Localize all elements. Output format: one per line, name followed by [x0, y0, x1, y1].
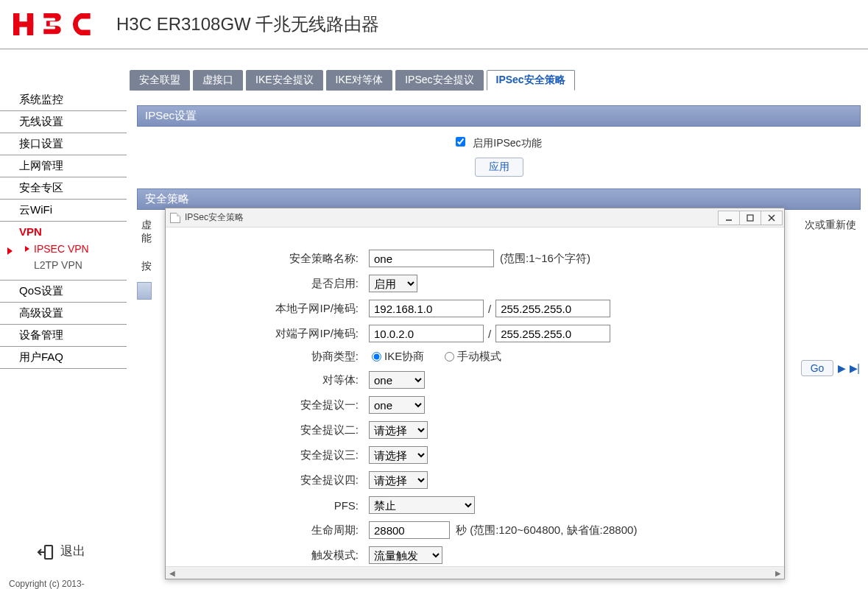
scroll-right-icon[interactable]: ▶ — [772, 567, 784, 579]
svg-rect-5 — [747, 215, 753, 221]
table-edge — [137, 282, 152, 300]
sidebar-item-system-monitor[interactable]: 系统监控 — [0, 89, 127, 111]
close-button[interactable] — [761, 211, 783, 225]
ipsec-policy-dialog: IPSec安全策略 安全策略名称: (范围:1~16个字符) 是否启用: 启用 … — [165, 208, 785, 579]
local-ip-input[interactable] — [369, 300, 484, 317]
label-enable: 是否启用: — [180, 277, 369, 291]
slash-sep: / — [488, 303, 491, 315]
logout-icon — [37, 543, 54, 560]
sidebar-item-vpn[interactable]: VPN IPSEC VPN L2TP VPN — [0, 222, 127, 281]
pagination: Go ▶ ▶| — [801, 360, 859, 376]
peer-mask-input[interactable] — [495, 325, 610, 342]
svg-rect-3 — [45, 546, 52, 559]
tabbar: 安全联盟 虚接口 IKE安全提议 IKE对等体 IPSec安全提议 IPSec安… — [130, 70, 868, 91]
label-peer-subnet: 对端子网IP/掩码: — [180, 327, 369, 341]
sidebar-item-security[interactable]: 安全专区 — [0, 177, 127, 200]
tab-ipsec-proposal[interactable]: IPSec安全提议 — [395, 70, 483, 91]
enable-ipsec-checkbox[interactable] — [456, 137, 465, 147]
nego-ike-label: IKE协商 — [384, 350, 424, 364]
label-prop3: 安全提议三: — [180, 448, 369, 462]
lifetime-input[interactable] — [369, 521, 450, 539]
header-divider — [0, 49, 868, 49]
nego-ike-radio[interactable] — [372, 352, 381, 361]
apply-button[interactable]: 应用 — [475, 158, 523, 177]
sidebar-item-user-faq[interactable]: 用户FAQ — [0, 347, 127, 369]
minimize-button[interactable] — [718, 211, 740, 225]
nego-manual-label: 手动模式 — [457, 350, 501, 364]
label-prop1: 安全提议一: — [180, 398, 369, 412]
logout-label: 退出 — [60, 543, 85, 560]
trigger-select[interactable]: 流量触发 — [369, 546, 442, 564]
scroll-left-icon[interactable]: ◀ — [166, 567, 178, 579]
label-life: 生命周期: — [180, 523, 369, 537]
horizontal-scrollbar[interactable]: ◀ ▶ — [166, 566, 784, 579]
local-mask-input[interactable] — [495, 300, 610, 317]
tab-ipsec-policy[interactable]: IPSec安全策略 — [487, 70, 575, 91]
lifetime-hint: 秒 (范围:120~604800, 缺省值:28800) — [456, 523, 637, 537]
sidebar-item-interface[interactable]: 接口设置 — [0, 133, 127, 155]
sidebar-item-advanced[interactable]: 高级设置 — [0, 303, 127, 325]
sidebar-subitem-l2tp-vpn[interactable]: L2TP VPN — [34, 257, 127, 273]
dialog-title: IPSec安全策略 — [185, 211, 719, 224]
tab-ike-peer[interactable]: IKE对等体 — [326, 70, 393, 91]
header: H3C ER3108GW 千兆无线路由器 — [0, 0, 868, 49]
document-icon — [170, 213, 180, 223]
prop3-select[interactable]: 请选择 — [369, 446, 428, 464]
go-button[interactable]: Go — [801, 360, 834, 376]
sidebar-item-qos[interactable]: QoS设置 — [0, 281, 127, 303]
tab-vif[interactable]: 虚接口 — [193, 70, 243, 91]
copyright-text: Copyright (c) 2013- — [9, 579, 85, 589]
sidebar-item-internet-mgmt[interactable]: 上网管理 — [0, 155, 127, 177]
label-prop2: 安全提议二: — [180, 423, 369, 437]
section-ipsec-settings: IPSec设置 — [137, 105, 861, 127]
label-policy-name: 安全策略名称: — [180, 252, 369, 266]
dialog-titlebar[interactable]: IPSec安全策略 — [166, 208, 784, 228]
logo-h3c — [13, 10, 103, 39]
tab-sa[interactable]: 安全联盟 — [130, 70, 190, 91]
last-page-icon[interactable]: ▶| — [850, 362, 859, 374]
sidebar-item-device-mgmt[interactable]: 设备管理 — [0, 325, 127, 347]
slash-sep-2: / — [488, 328, 491, 340]
maximize-button[interactable] — [739, 211, 761, 225]
enable-ipsec-label: 启用IPSec功能 — [473, 137, 541, 149]
label-local-subnet: 本地子网IP/掩码: — [180, 302, 369, 316]
prop2-select[interactable]: 请选择 — [369, 421, 428, 439]
page-title: H3C ER3108GW 千兆无线路由器 — [116, 13, 379, 36]
peer-ip-input[interactable] — [369, 325, 484, 342]
sidebar-item-wireless[interactable]: 无线设置 — [0, 111, 127, 133]
label-peer: 对等体: — [180, 373, 369, 387]
enable-select[interactable]: 启用 — [369, 275, 417, 292]
label-prop4: 安全提议四: — [180, 473, 369, 487]
sidebar: 系统监控 无线设置 接口设置 上网管理 安全专区 云WiFi VPN IPSEC… — [0, 52, 127, 589]
pfs-select[interactable]: 禁止 — [369, 496, 475, 514]
policy-name-input[interactable] — [369, 250, 494, 267]
logout-link[interactable]: 退出 — [37, 543, 85, 560]
label-pfs: PFS: — [180, 499, 369, 512]
prop1-select[interactable]: one — [369, 396, 425, 414]
nego-manual-radio[interactable] — [445, 352, 454, 361]
svg-rect-2 — [13, 21, 33, 27]
sidebar-item-cloud-wifi[interactable]: 云WiFi — [0, 200, 127, 222]
tab-ike-proposal[interactable]: IKE安全提议 — [246, 70, 323, 91]
label-negotiation: 协商类型: — [180, 350, 369, 364]
section-security-policy: 安全策略 — [137, 188, 861, 210]
label-trigger: 触发模式: — [180, 549, 369, 562]
prop4-select[interactable]: 请选择 — [369, 471, 428, 489]
next-page-icon[interactable]: ▶ — [838, 362, 845, 374]
peer-select[interactable]: one — [369, 371, 425, 389]
sidebar-subitem-ipsec-vpn[interactable]: IPSEC VPN — [34, 241, 127, 257]
policy-name-hint: (范围:1~16个字符) — [500, 252, 590, 266]
dialog-body: 安全策略名称: (范围:1~16个字符) 是否启用: 启用 本地子网IP/掩码:… — [166, 228, 784, 566]
